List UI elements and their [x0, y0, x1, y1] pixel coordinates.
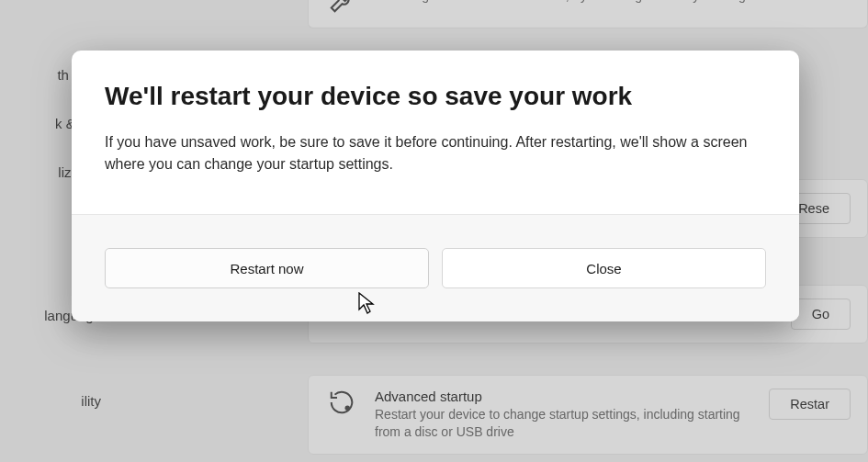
dialog-actions: Restart now Close	[72, 214, 799, 321]
restart-gear-icon	[325, 389, 358, 416]
restart-button[interactable]: Restar	[769, 389, 851, 420]
wrench-icon	[325, 0, 358, 15]
go-button[interactable]: Go	[791, 299, 851, 330]
dialog-title: We'll restart your device so save your w…	[105, 82, 766, 111]
close-button[interactable]: Close	[442, 248, 766, 288]
advanced-startup-card: Advanced startup Restart your device to …	[308, 375, 868, 455]
restart-now-button[interactable]: Restart now	[105, 248, 429, 288]
restart-confirmation-dialog: We'll restart your device so save your w…	[72, 51, 799, 321]
reset-card: Resetting can take a while — first, try …	[308, 0, 868, 28]
svg-point-0	[345, 406, 351, 411]
advanced-title: Advanced startup	[375, 389, 752, 404]
dialog-description: If you have unsaved work, be sure to sav…	[105, 131, 766, 175]
reset-desc: Resetting can take a while — first, try …	[375, 0, 851, 5]
advanced-desc: Restart your device to change startup se…	[375, 406, 752, 441]
sidebar-item[interactable]: ility	[0, 377, 101, 425]
